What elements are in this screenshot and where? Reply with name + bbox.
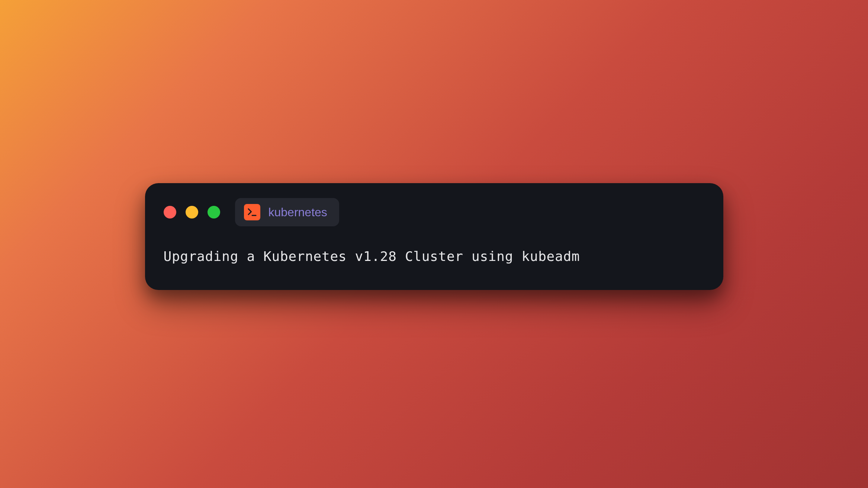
terminal-body[interactable]: Upgrading a Kubernetes v1.28 Cluster usi… xyxy=(145,237,723,290)
maximize-button[interactable] xyxy=(208,206,220,219)
window-titlebar: kubernetes xyxy=(145,183,723,237)
terminal-output-line: Upgrading a Kubernetes v1.28 Cluster usi… xyxy=(164,249,705,264)
minimize-button[interactable] xyxy=(186,206,198,219)
terminal-window: kubernetes Upgrading a Kubernetes v1.28 … xyxy=(145,183,723,290)
tab-kubernetes[interactable]: kubernetes xyxy=(235,198,339,226)
terminal-icon xyxy=(244,204,260,220)
close-button[interactable] xyxy=(164,206,176,219)
traffic-lights xyxy=(164,206,220,219)
tab-label: kubernetes xyxy=(269,205,327,219)
